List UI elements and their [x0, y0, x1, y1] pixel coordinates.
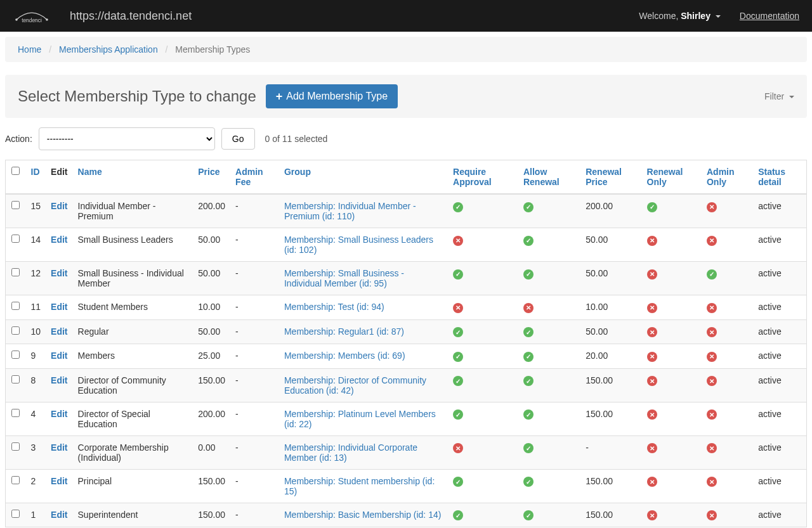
row-select-checkbox[interactable]	[11, 351, 20, 359]
cell-allow-renewal	[518, 319, 580, 344]
cell-require-approval	[448, 228, 518, 262]
cell-renewal-only	[642, 344, 702, 369]
cell-price: 50.00	[193, 228, 230, 262]
group-link[interactable]: Membership: Individual Corporate Member …	[284, 442, 417, 463]
user-menu[interactable]: Welcome, Shirley	[639, 11, 720, 21]
cell-require-approval	[448, 503, 518, 527]
group-link[interactable]: Membership: Individual Member - Premium …	[284, 201, 416, 221]
row-select-checkbox[interactable]	[11, 235, 20, 243]
x-circle-icon	[707, 376, 717, 386]
col-renewal-only[interactable]: Renewal Only	[642, 160, 702, 195]
cell-admin-fee: -	[230, 402, 279, 435]
cell-admin-only	[702, 435, 753, 469]
row-select-checkbox[interactable]	[11, 510, 20, 518]
action-bar: Action: --------- Go 0 of 11 selected	[5, 127, 807, 150]
cell-admin-fee: -	[230, 503, 279, 527]
row-select-checkbox[interactable]	[11, 375, 20, 383]
cell-allow-renewal	[518, 469, 580, 503]
cell-admin-only	[702, 228, 753, 262]
cell-require-approval	[448, 262, 518, 295]
row-select-checkbox[interactable]	[11, 268, 20, 276]
group-link[interactable]: Membership: Small Business Leaders (id: …	[284, 235, 433, 255]
edit-link[interactable]: Edit	[51, 326, 67, 337]
filter-label: Filter	[764, 91, 784, 101]
x-circle-icon	[647, 352, 657, 362]
cell-id: 9	[26, 344, 46, 369]
edit-link[interactable]: Edit	[51, 375, 67, 385]
col-edit: Edit	[46, 160, 72, 195]
filter-toggle[interactable]: Filter	[764, 91, 794, 101]
cell-id: 15	[26, 194, 46, 228]
breadcrumb-current: Membership Types	[175, 44, 250, 55]
cell-name: Members	[73, 344, 193, 369]
cell-admin-fee: -	[230, 469, 279, 503]
cell-status: active	[753, 402, 806, 435]
edit-link[interactable]: Edit	[51, 302, 67, 312]
add-button-label: Add Membership Type	[286, 91, 388, 102]
row-select-checkbox[interactable]	[11, 302, 20, 310]
col-admin-only[interactable]: Admin Only	[702, 160, 753, 195]
membership-types-table: ID Edit Name Price Admin Fee Group Requi…	[5, 160, 807, 527]
x-circle-icon	[523, 303, 534, 313]
col-renewal-price[interactable]: Renewal Price	[580, 160, 641, 195]
group-link[interactable]: Membership: Basic Membership (id: 14)	[284, 510, 441, 520]
col-status-detail[interactable]: Status detail	[753, 160, 806, 195]
action-select[interactable]: ---------	[39, 127, 215, 150]
edit-link[interactable]: Edit	[51, 409, 67, 419]
group-link[interactable]: Membership: Small Business - Individual …	[284, 268, 404, 288]
chevron-down-icon	[716, 15, 721, 18]
group-link[interactable]: Membership: Director of Community Educat…	[284, 375, 426, 396]
breadcrumb-home[interactable]: Home	[18, 44, 41, 55]
cell-price: 150.00	[193, 368, 230, 402]
col-require-approval[interactable]: Require Approval	[448, 160, 518, 195]
row-select-checkbox[interactable]	[11, 409, 20, 417]
go-button[interactable]: Go	[221, 128, 255, 150]
check-circle-icon	[523, 236, 534, 246]
col-allow-renewal[interactable]: Allow Renewal	[518, 160, 580, 195]
edit-link[interactable]: Edit	[51, 268, 67, 278]
tendenci-logo-icon: tendenci	[13, 8, 51, 23]
row-select-checkbox[interactable]	[11, 442, 20, 451]
breadcrumb: Home / Memberships Application / Members…	[5, 37, 807, 62]
group-link[interactable]: Membership: Student membership (id: 15)	[284, 476, 435, 496]
edit-link[interactable]: Edit	[51, 510, 67, 520]
cell-status: active	[753, 319, 806, 344]
col-group[interactable]: Group	[279, 160, 448, 195]
edit-link[interactable]: Edit	[51, 235, 67, 245]
add-membership-type-button[interactable]: + Add Membership Type	[266, 84, 398, 108]
group-link[interactable]: Membership: Regular1 (id: 87)	[284, 326, 404, 337]
cell-admin-fee: -	[230, 435, 279, 469]
edit-link[interactable]: Edit	[51, 442, 67, 453]
group-link[interactable]: Membership: Members (id: 69)	[284, 351, 405, 361]
row-select-checkbox[interactable]	[11, 326, 20, 335]
row-select-checkbox[interactable]	[11, 476, 20, 484]
check-circle-icon	[453, 409, 463, 420]
logo[interactable]: tendenci	[13, 8, 51, 23]
cell-renewal-only	[642, 194, 702, 228]
group-link[interactable]: Membership: Platinum Level Members (id: …	[284, 409, 436, 429]
cell-allow-renewal	[518, 435, 580, 469]
x-circle-icon	[647, 236, 657, 246]
row-select-checkbox[interactable]	[11, 201, 20, 209]
edit-link[interactable]: Edit	[51, 476, 67, 486]
col-admin-fee[interactable]: Admin Fee	[230, 160, 279, 195]
documentation-link[interactable]: Documentation	[740, 11, 799, 21]
cell-status: active	[753, 262, 806, 295]
edit-link[interactable]: Edit	[51, 351, 67, 361]
col-price[interactable]: Price	[193, 160, 230, 195]
cell-price: 10.00	[193, 295, 230, 320]
cell-require-approval	[448, 435, 518, 469]
navbar: tendenci https://data.tendenci.net Welco…	[0, 0, 812, 32]
x-circle-icon	[453, 236, 463, 246]
group-link[interactable]: Membership: Test (id: 94)	[284, 302, 384, 312]
table-row: 11EditStudent Members10.00-Membership: T…	[6, 295, 807, 320]
action-label: Action:	[5, 134, 32, 144]
edit-link[interactable]: Edit	[51, 201, 67, 211]
col-id[interactable]: ID	[26, 160, 46, 195]
cell-price: 150.00	[193, 503, 230, 527]
cell-admin-fee: -	[230, 262, 279, 295]
breadcrumb-app[interactable]: Memberships Application	[59, 44, 158, 55]
select-all-checkbox[interactable]	[11, 167, 20, 175]
cell-admin-only	[702, 262, 753, 295]
col-name[interactable]: Name	[73, 160, 193, 195]
